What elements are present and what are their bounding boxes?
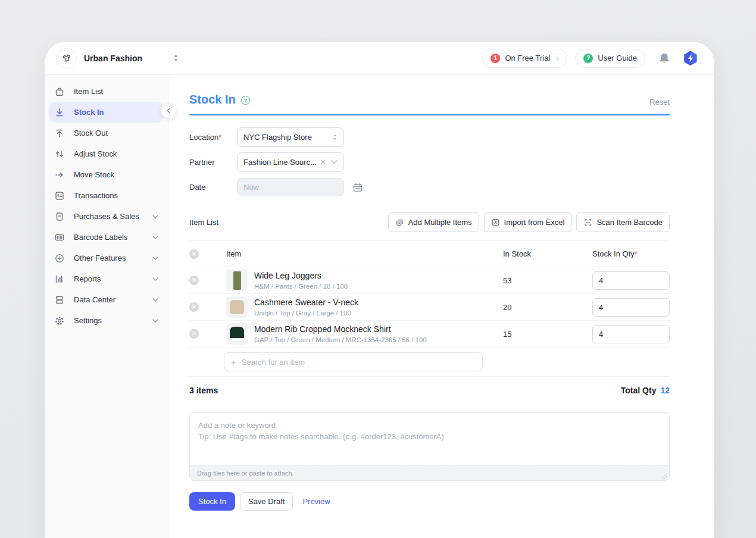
item-thumbnail [226, 323, 248, 345]
date-label: Date [189, 183, 237, 192]
sidebar-item-data-center[interactable]: Data Center [45, 289, 168, 310]
button-label: Scan Item Barcode [596, 218, 663, 227]
move-stock-icon [54, 170, 65, 180]
in-stock-value: 15 [503, 330, 592, 339]
calendar-icon[interactable] [352, 182, 363, 193]
sidebar-item-settings[interactable]: Settings [45, 310, 168, 331]
sidebar-item-reports[interactable]: Reports [45, 268, 168, 289]
remove-row-icon[interactable]: ✕ [189, 276, 199, 285]
company-logo[interactable] [57, 48, 77, 68]
date-row: Date Now [189, 177, 670, 197]
resize-handle[interactable] [662, 473, 667, 478]
partner-select[interactable]: Fashion Line Sourc... ✕ [237, 152, 344, 172]
trial-label: On Free Trial [505, 54, 550, 62]
notifications-bell-icon[interactable] [658, 52, 670, 64]
column-item: Item [226, 249, 503, 258]
adjust-stock-icon [54, 149, 65, 159]
remove-row-icon[interactable]: ✕ [189, 329, 199, 339]
purchases-sales-icon [54, 211, 65, 222]
select-arrows-icon [332, 133, 338, 141]
add-multiple-items-icon [395, 218, 404, 227]
note-textarea[interactable]: Add a note or keyword. Tip: Use #tags to… [189, 412, 670, 481]
table-row: ✕ Modern Rib Cropped Mockneck Shirt GAP … [189, 321, 670, 348]
qty-input[interactable] [592, 298, 670, 317]
partner-label: Partner [189, 158, 237, 167]
in-stock-value: 20 [503, 303, 592, 312]
remove-row-icon[interactable]: ✕ [189, 302, 199, 312]
form-actions: Stock In Save Draft Preview [189, 492, 670, 511]
item-table: ✕ Item In Stock Stock In Qty* ✕ Wide Leg… [189, 241, 670, 377]
sidebar-item-barcode-labels[interactable]: Barcode Labels [45, 227, 168, 248]
stock-in-submit-button[interactable]: Stock In [189, 492, 235, 511]
partner-row: Partner Fashion Line Sourc... ✕ [189, 152, 670, 172]
import-from-excel-button[interactable]: Import from Excel [484, 212, 572, 232]
free-trial-pill[interactable]: 1 On Free Trial › [482, 49, 567, 68]
table-header: ✕ Item In Stock Stock In Qty* [189, 241, 670, 267]
item-attributes: Uniqlo / Top / Gray / Large / 100 [254, 309, 358, 317]
sidebar-item-adjust-stock[interactable]: Adjust Stock [45, 143, 168, 164]
attachment-dropzone[interactable]: Drag files here or paste to attach. [190, 465, 669, 480]
sidebar-item-other-features[interactable]: Other Features [45, 248, 168, 268]
sidebar-item-label: Stock Out [74, 129, 108, 137]
sidebar-item-label: Other Features [74, 254, 126, 262]
qty-input[interactable] [592, 271, 670, 290]
item-list-label: Item List [189, 218, 218, 227]
table-row: ✕ Wide Leg Joggers H&M / Pants / Green /… [189, 267, 670, 294]
location-select[interactable]: NYC Flagship Store [237, 127, 344, 147]
reset-button[interactable]: Reset [649, 98, 670, 107]
app-header: Urban Fashion 1 On Free Trial › ? User G… [45, 42, 714, 75]
account-avatar[interactable] [682, 50, 699, 67]
attach-hint: Drag files here or paste to attach. [197, 470, 294, 477]
item-list-icon [54, 86, 65, 97]
sidebar-item-label: Purchases & Sales [74, 212, 139, 221]
stock-in-form: Location* NYC Flagship Store Partner Fas… [189, 127, 670, 197]
column-in-stock: In Stock [503, 249, 592, 258]
transactions-icon [54, 190, 65, 201]
sidebar-item-purchases-sales[interactable]: Purchases & Sales [45, 206, 168, 227]
plus-icon: + [231, 358, 236, 367]
item-name: Modern Rib Cropped Mockneck Shirt [254, 324, 427, 335]
sidebar-item-stock-out[interactable]: Stock Out [45, 123, 168, 143]
sidebar-collapse-button[interactable] [161, 103, 176, 118]
main-content: Stock In ? Reset Location* NYC Flagship … [168, 75, 714, 538]
sidebar-item-label: Data Center [74, 295, 115, 304]
remove-all-icon[interactable]: ✕ [189, 249, 199, 259]
table-row: ✕ Cashmere Sweater - V-neck Uniqlo / Top… [189, 294, 670, 321]
sidebar-item-label: Settings [74, 316, 102, 325]
reports-icon [54, 274, 65, 284]
item-list-toolbar: Add Multiple Items Import from Excel Sca… [388, 212, 670, 232]
sidebar-item-label: Item List [74, 87, 103, 96]
guide-badge: ? [583, 54, 593, 63]
excel-icon [491, 218, 500, 227]
user-guide-pill[interactable]: ? User Guide [575, 49, 645, 68]
item-search-input[interactable]: + Search for an item [224, 352, 483, 371]
item-thumbnail [226, 270, 248, 291]
qty-input[interactable] [592, 325, 670, 343]
sidebar-item-transactions[interactable]: Transactions [45, 185, 168, 206]
chevron-down-icon [152, 319, 158, 323]
help-icon[interactable]: ? [241, 96, 250, 105]
search-placeholder: Search for an item [242, 358, 305, 367]
total-qty-value: 12 [660, 386, 670, 395]
sidebar-item-label: Reports [74, 274, 101, 283]
page-title: Stock In [189, 93, 236, 107]
clear-icon[interactable]: ✕ [320, 158, 326, 167]
chevron-down-icon [331, 160, 338, 164]
sidebar-item-move-stock[interactable]: Move Stock [45, 164, 168, 185]
date-input[interactable]: Now [237, 178, 344, 196]
item-name: Cashmere Sweater - V-neck [254, 298, 358, 308]
header-actions: 1 On Free Trial › ? User Guide [482, 49, 699, 68]
location-value: NYC Flagship Store [243, 133, 332, 142]
sidebar-item-stock-in[interactable]: Stock In [49, 102, 163, 123]
sidebar-item-item-list[interactable]: Item List [45, 81, 168, 102]
preview-link[interactable]: Preview [302, 497, 330, 506]
scan-item-barcode-button[interactable]: Scan Item Barcode [576, 212, 670, 232]
add-multiple-items-button[interactable]: Add Multiple Items [388, 212, 479, 232]
data-center-icon [54, 295, 65, 305]
sidebar-item-label: Move Stock [74, 170, 114, 179]
company-switcher[interactable] [173, 54, 179, 62]
chevron-down-icon [152, 277, 158, 281]
item-attributes: H&M / Pants / Green / 28 / 100 [254, 283, 348, 290]
save-draft-button[interactable]: Save Draft [240, 492, 293, 511]
sidebar-item-label: Transactions [74, 191, 118, 200]
